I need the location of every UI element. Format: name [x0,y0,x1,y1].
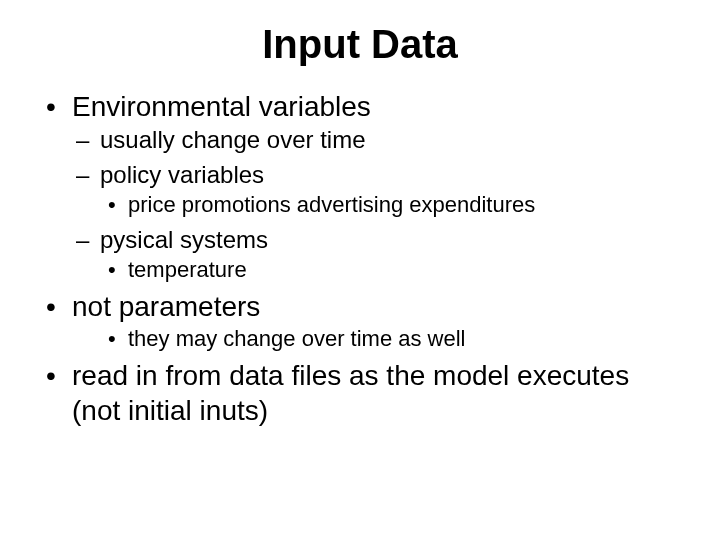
bullet-sublist: they may change over time as well [100,324,680,354]
bullet-l2: usually change over time [72,124,680,155]
bullet-text: they may change over time as well [128,326,466,351]
slide: Input Data Environmental variables usual… [0,0,720,540]
bullet-sublist: temperature [100,255,680,285]
bullet-l3: temperature [100,255,680,285]
bullet-l3: price promotions advertising expenditure… [100,190,680,220]
bullet-l1: not parameters they may change over time… [40,289,680,354]
bullet-text: price promotions advertising expenditure… [128,192,535,217]
bullet-text: read in from data files as the model exe… [72,360,629,426]
bullet-l2: pysical systems temperature [72,224,680,285]
bullet-sublist: usually change over time policy variable… [72,124,680,285]
bullet-text: pysical systems [100,226,268,253]
bullet-text: policy variables [100,161,264,188]
bullet-text: Environmental variables [72,91,371,122]
bullet-l1: read in from data files as the model exe… [40,358,680,428]
bullet-l1: Environmental variables usually change o… [40,89,680,285]
bullet-text: usually change over time [100,126,365,153]
bullet-text: not parameters [72,291,260,322]
bullet-l2: policy variables price promotions advert… [72,159,680,220]
bullet-l3: they may change over time as well [100,324,680,354]
bullet-sublist: price promotions advertising expenditure… [100,190,680,220]
bullet-list: Environmental variables usually change o… [40,89,680,428]
slide-title: Input Data [40,22,680,67]
bullet-text: temperature [128,257,247,282]
